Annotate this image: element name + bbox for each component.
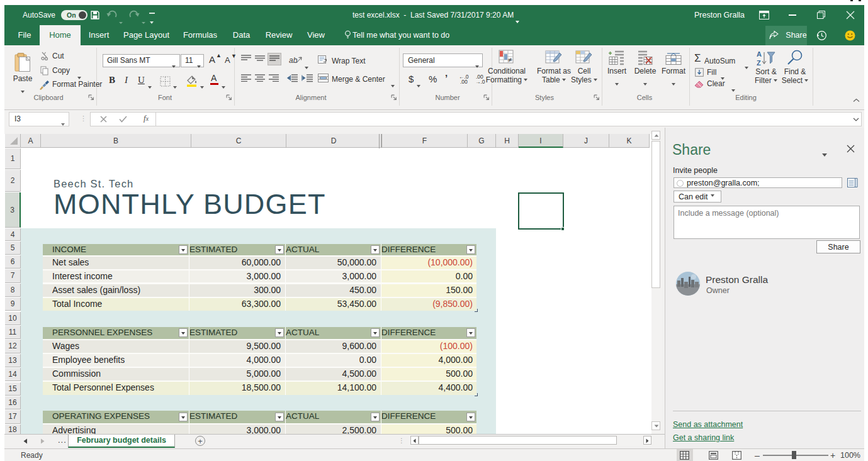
svg-text:→.0: →.0 bbox=[475, 79, 485, 84]
svg-text:.00: .00 bbox=[460, 79, 468, 84]
svg-text:A: A bbox=[757, 50, 762, 58]
svg-text:ab: ab bbox=[289, 56, 298, 65]
svg-text:Z: Z bbox=[757, 59, 761, 67]
svg-text:≠: ≠ bbox=[508, 56, 512, 64]
